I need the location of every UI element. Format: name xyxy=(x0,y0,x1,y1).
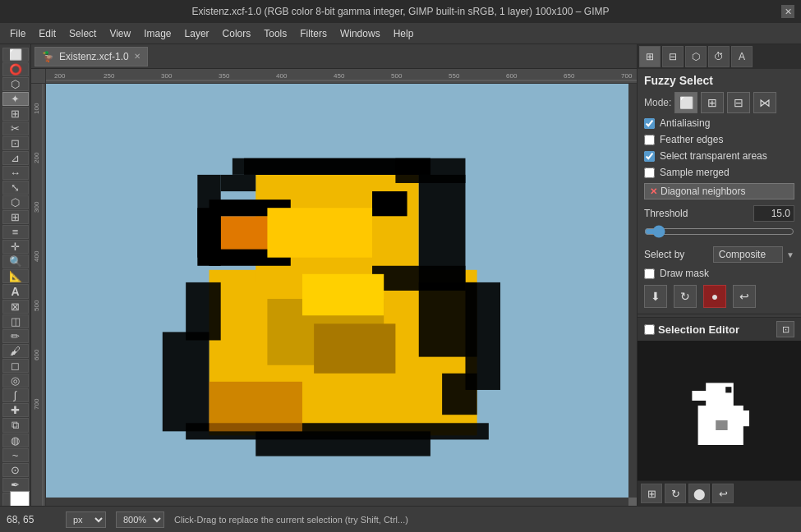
antialiasing-checkbox[interactable] xyxy=(644,118,655,129)
background-color[interactable] xyxy=(10,491,30,506)
svg-text:550: 550 xyxy=(449,72,460,80)
3d-transform-tool[interactable]: ⬡ xyxy=(2,195,29,209)
svg-rect-29 xyxy=(372,191,407,216)
menu-select[interactable]: Select xyxy=(62,26,103,41)
menu-file[interactable]: File xyxy=(3,26,32,41)
panel-bottom-btn-2[interactable]: ↻ xyxy=(665,484,686,503)
airbrush-tool[interactable]: ◎ xyxy=(2,374,29,388)
transform-tool[interactable]: ↔ xyxy=(2,166,29,180)
menu-tools[interactable]: Tools xyxy=(257,26,293,41)
blur-sharpen-tool[interactable]: ◍ xyxy=(2,433,29,447)
menu-edit[interactable]: Edit xyxy=(32,26,62,41)
text-tool[interactable]: A xyxy=(2,284,29,299)
panel-bottom-btn-1[interactable]: ⊞ xyxy=(641,484,662,503)
diagonal-neighbors-remove-btn[interactable]: ✕ xyxy=(650,186,657,197)
select-transparent-checkbox[interactable] xyxy=(644,151,655,162)
scissors-select-tool[interactable]: ✂ xyxy=(2,122,29,135)
zoom-tool[interactable]: 🔍 xyxy=(2,255,29,268)
ellipse-select-tool[interactable]: ⭕ xyxy=(2,62,29,76)
clone-tool[interactable]: ⧉ xyxy=(2,418,29,433)
feather-edges-checkbox[interactable] xyxy=(644,135,655,145)
draw-mask-checkbox[interactable] xyxy=(644,268,655,279)
foreground-select-tool[interactable]: ⊡ xyxy=(2,136,29,150)
paths-tool[interactable]: ✒ xyxy=(2,478,29,492)
bucket-fill-tool[interactable]: ⊠ xyxy=(2,300,29,314)
toolbox: ⬜ ⭕ ⬡ ✦ ⊞ ✂ ⊡ ⊿ ↔ ⤡ ⬡ ⊞ ≡ ✛ 🔍 📐 A ⊠ ◫ ✏ … xyxy=(0,44,31,506)
dodge-burn-tool[interactable]: ⊙ xyxy=(2,463,29,477)
svg-text:300: 300 xyxy=(33,201,40,213)
svg-rect-33 xyxy=(163,332,209,431)
svg-rect-52 xyxy=(725,387,731,392)
refresh-btn[interactable]: ↻ xyxy=(674,285,697,308)
mode-intersect-btn[interactable]: ⋈ xyxy=(753,92,776,113)
by-color-select-tool[interactable]: ⊞ xyxy=(2,107,29,121)
selection-editor-expand-btn[interactable]: ⊡ xyxy=(776,321,794,337)
zoom-select[interactable]: 800% 400% 200% 100% 50% xyxy=(116,511,164,528)
menu-help[interactable]: Help xyxy=(387,26,421,41)
ink-tool[interactable]: ∫ xyxy=(2,388,29,402)
svg-rect-43 xyxy=(255,431,430,456)
paintbrush-tool[interactable]: 🖌 xyxy=(2,344,29,358)
panel-bottom-btn-3[interactable]: ⬤ xyxy=(688,484,710,503)
selection-editor-checkbox[interactable] xyxy=(644,324,655,335)
tab-close-icon[interactable]: ✕ xyxy=(134,52,140,61)
menu-colors[interactable]: Colors xyxy=(216,26,258,41)
unified-transform-tool[interactable]: ⊞ xyxy=(2,210,29,224)
mode-add-btn[interactable]: ⊞ xyxy=(701,92,724,113)
undo-btn[interactable]: ↩ xyxy=(733,285,756,308)
menu-layer[interactable]: Layer xyxy=(178,26,216,41)
history-panel-icon[interactable]: ⏱ xyxy=(708,46,730,67)
menu-windows[interactable]: Windows xyxy=(334,26,387,41)
cursor-coordinates: 68, 65 xyxy=(7,514,56,525)
free-select-tool[interactable]: ⬡ xyxy=(2,77,29,91)
measure-tool[interactable]: 📐 xyxy=(2,269,29,283)
svg-rect-51 xyxy=(741,410,749,426)
image-tab[interactable]: 🦆 Existenz.xcf-1.0 ✕ xyxy=(35,47,148,66)
svg-text:700: 700 xyxy=(33,398,40,410)
selection-editor-title: Selection Editor xyxy=(658,323,773,336)
antialiasing-row: Antialiasing xyxy=(638,115,801,131)
panel-bottom-btn-4[interactable]: ↩ xyxy=(712,484,734,503)
mode-subtract-btn[interactable]: ⊟ xyxy=(727,92,750,113)
menu-filters[interactable]: Filters xyxy=(293,26,334,41)
heal-tool[interactable]: ✚ xyxy=(2,403,29,417)
svg-rect-42 xyxy=(372,266,465,291)
threshold-input[interactable] xyxy=(753,205,794,222)
eraser-tool[interactable]: ◻ xyxy=(2,359,29,373)
menu-view[interactable]: View xyxy=(103,26,137,41)
fuzzy-select-tool[interactable]: ✦ xyxy=(2,92,29,106)
horizontal-ruler: 200 250 300 350 400 450 500 550 600 650 … xyxy=(46,69,637,84)
selection-editor-header: Selection Editor ⊡ xyxy=(638,317,801,341)
horizontal-scrollbar[interactable] xyxy=(46,498,628,506)
select-by-dropdown[interactable]: Composite xyxy=(713,246,783,263)
layers-panel-icon[interactable]: ⊞ xyxy=(639,46,661,67)
select-by-row: Select by Composite ▼ xyxy=(638,244,801,265)
image-canvas[interactable] xyxy=(46,84,628,498)
crop-tool[interactable]: ⊿ xyxy=(2,151,29,165)
unit-select[interactable]: px in mm xyxy=(66,511,106,528)
warp-tool[interactable]: ⤡ xyxy=(2,181,29,195)
align-tool[interactable]: ≡ xyxy=(2,225,29,239)
reset-btn[interactable]: ⬇ xyxy=(644,285,667,308)
svg-text:450: 450 xyxy=(334,72,345,80)
close-button[interactable]: ✕ xyxy=(781,5,794,18)
paths-panel-icon[interactable]: ⬡ xyxy=(685,46,707,67)
tab-bar: 🦆 Existenz.xcf-1.0 ✕ xyxy=(31,44,637,69)
smudge-tool[interactable]: ~ xyxy=(2,448,29,462)
select-transparent-label: Select transparent areas xyxy=(660,150,767,162)
threshold-slider[interactable] xyxy=(644,225,794,238)
delete-btn[interactable]: ● xyxy=(703,285,726,308)
font-panel-icon[interactable]: A xyxy=(731,46,753,67)
mode-replace-btn[interactable]: ⬜ xyxy=(674,92,697,113)
canvas-area: 🦆 Existenz.xcf-1.0 ✕ 200 250 300 350 400… xyxy=(31,44,637,506)
rect-select-tool[interactable]: ⬜ xyxy=(2,48,29,62)
channels-panel-icon[interactable]: ⊟ xyxy=(662,46,684,67)
sample-merged-checkbox[interactable] xyxy=(644,167,655,178)
move-tool[interactable]: ✛ xyxy=(2,240,29,254)
svg-text:400: 400 xyxy=(33,250,40,262)
vertical-scrollbar[interactable] xyxy=(628,84,637,498)
menu-image[interactable]: Image xyxy=(137,26,177,41)
gradient-tool[interactable]: ◫ xyxy=(2,314,29,328)
status-bar: 68, 65 px in mm 800% 400% 200% 100% 50% … xyxy=(0,506,801,532)
pencil-tool[interactable]: ✏ xyxy=(2,329,29,343)
